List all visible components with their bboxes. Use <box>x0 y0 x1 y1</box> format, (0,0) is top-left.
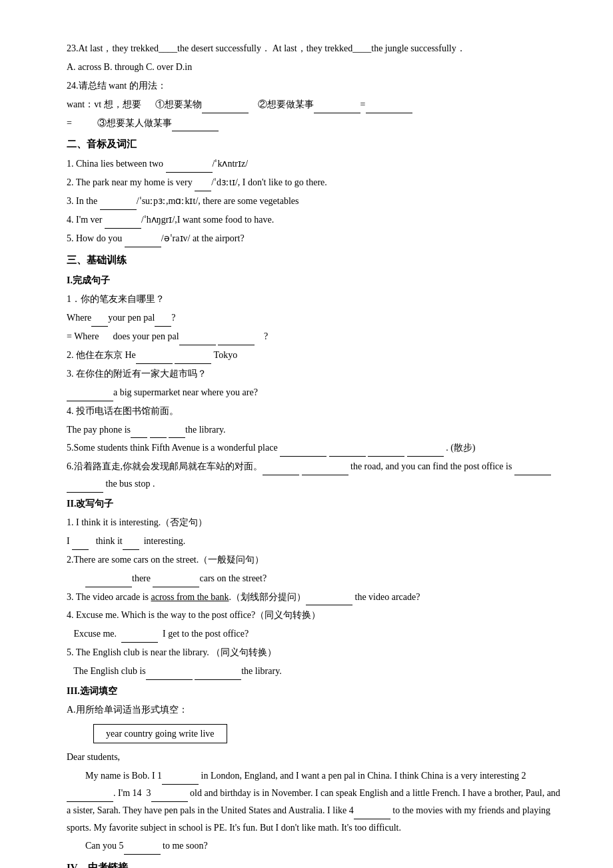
blank-q24-1 <box>202 113 249 113</box>
blank-s3-5-3 <box>368 456 404 457</box>
blank-q24-2 <box>314 113 360 113</box>
blank-s3-II-2-1 <box>85 587 132 587</box>
ph2: 2. The park near my home is very /ˈdɜːtɪ… <box>67 174 566 191</box>
ph1: 1. China lies between two /ˈkʌntrɪz/ <box>67 155 566 173</box>
blank-s3-II-1-1 <box>72 549 89 550</box>
blank-s3-4-1 <box>131 437 147 438</box>
blank-s3-6-2 <box>302 475 348 475</box>
blank-ph3 <box>100 209 137 210</box>
s3-I-4a: 4. 投币电话在图书馆前面。 <box>67 403 566 420</box>
blank-s3-II-3 <box>306 605 352 605</box>
word-box-container: year country going write live <box>80 721 566 746</box>
blank-ph1 <box>166 172 213 173</box>
blank-s3-4-2 <box>150 437 167 438</box>
para1-text: My name is Bob. I 1 in London, England, … <box>67 767 566 837</box>
s3-II-2a: 2.There are some cars on the street.（一般疑… <box>67 551 566 569</box>
s3-I-4b: The pay phone is the library. <box>67 421 566 439</box>
q24-content: want：vt 想，想要 ①想要某物 ②想要做某事= <box>67 96 566 113</box>
blank-para1-1 <box>162 784 199 785</box>
s3-I-3b: a big supermarket near where you are? <box>67 384 566 401</box>
para2-text: Can you 5 to me soon? <box>67 837 566 855</box>
blank-s3-1b-2 <box>155 326 171 327</box>
section4-title: IV、中考链接 <box>67 859 566 868</box>
blank-s3-5-1 <box>280 456 326 457</box>
q24-content2: = ③想要某人做某事 <box>67 115 566 132</box>
blank-s3-5-4 <box>407 456 444 457</box>
s3-I-6: 6.沿着路直走,你就会发现邮局就在车站的对面。 the road, and yo… <box>67 458 566 493</box>
blank-para1-2 <box>67 801 113 802</box>
ph4: 4. I'm ver /ˈhʌŋgrɪ/,I want some food to… <box>67 211 566 229</box>
blank-s3-II-2-2 <box>153 587 199 587</box>
section2-title: 二、音标及词汇 <box>67 135 566 154</box>
blank-s3-4-3 <box>169 437 185 438</box>
s3-I-title: I.完成句子 <box>67 272 566 289</box>
ph5: 5. How do you /əˈraɪv/ at the airport? <box>67 230 566 247</box>
blank-s3-6-1 <box>263 475 299 475</box>
blank-s3-II-5-2 <box>195 679 241 680</box>
s3-I-3a: 3. 在你住的附近有一家大超市吗？ <box>67 365 566 383</box>
blank-para1-5 <box>124 854 161 855</box>
s3-I-1c: = Where does your pen pal ? <box>67 328 566 345</box>
s3-I-1a: 1．你的笔友来自哪里？ <box>67 291 566 308</box>
s3-II-2b: there cars on the street? <box>67 570 566 587</box>
blank-s3-3 <box>67 401 113 401</box>
s3-II-5b: The English club is the library. <box>67 663 566 680</box>
ph3: 3. In the /ˈsuːpɜː,mɑːkɪt/, there are so… <box>67 193 566 210</box>
q24-label: 24.请总结 want 的用法： <box>67 77 566 95</box>
blank-s3-6-4 <box>67 492 103 493</box>
q23-text: 23.At last，they trekked____the desert su… <box>67 40 566 57</box>
blank-ph5 <box>125 247 161 247</box>
blank-ph2 <box>195 191 211 191</box>
blank-q24-3 <box>366 113 412 113</box>
section3-title: 三、基础训练 <box>67 251 566 270</box>
blank-ph4 <box>105 228 141 229</box>
s3-II-1a: 1. I think it is interesting.（否定句） <box>67 514 566 531</box>
blank-s3-1c-1 <box>179 345 216 345</box>
blank-s3-1b-1 <box>91 326 108 327</box>
blank-s3-6-3 <box>514 475 551 475</box>
s3-III-title: III.选词填空 <box>67 683 566 700</box>
blank-s3-1c-2 <box>218 345 255 345</box>
blank-para1-4 <box>354 819 390 819</box>
s3-II-title: II.改写句子 <box>67 495 566 513</box>
s3-II-3: 3. The video arcade is across from the b… <box>67 589 566 606</box>
blank-s3-II-1-2 <box>123 549 139 550</box>
blank-s3-II-5-1 <box>146 679 193 680</box>
s3-I-1b: Whereyour pen pal? <box>67 309 566 327</box>
s3-II-3-underline: across from the bank <box>151 592 229 602</box>
blank-s3-5-2 <box>329 456 366 457</box>
dear-line: Dear students, <box>67 749 566 766</box>
s3-I-5: 5.Some students think Fifth Avenue is a … <box>67 439 566 457</box>
blank-s3-2-2 <box>175 363 211 364</box>
word-box: year country going write live <box>93 724 227 743</box>
blank-s3-2-1 <box>136 363 173 364</box>
s3-III-A-label: A.用所给单词适当形式填空： <box>67 701 566 719</box>
s3-II-4b: Excuse me. I get to the post office? <box>67 625 566 643</box>
s3-II-5a: 5. The English club is near the library.… <box>67 644 566 661</box>
blank-s3-II-4 <box>121 642 158 643</box>
s3-II-4a: 4. Excuse me. Which is the way to the po… <box>67 607 566 624</box>
q23-options: A. across B. through C. over D.in <box>67 59 566 76</box>
blank-para1-3 <box>151 801 188 802</box>
s3-II-1b: I think it interesting. <box>67 533 566 550</box>
s3-I-2: 2. 他住在东京 He Tokyo <box>67 347 566 364</box>
blank-q24-4 <box>172 131 219 131</box>
main-content: 23.At last，they trekked____the desert su… <box>67 40 566 868</box>
